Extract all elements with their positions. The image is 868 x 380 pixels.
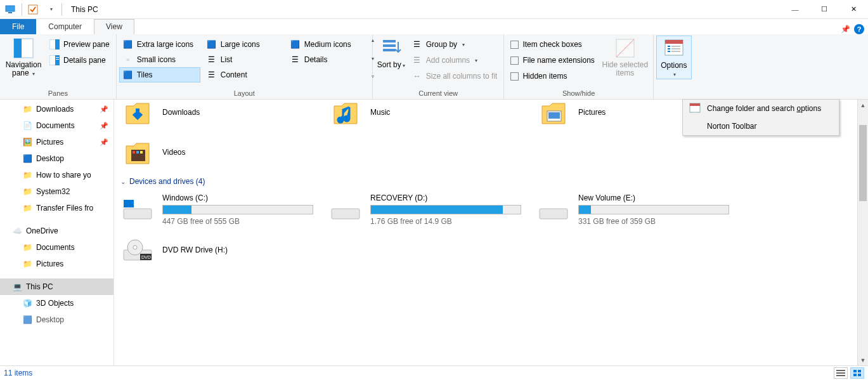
nav-desktop[interactable]: 🟦Desktop: [0, 150, 113, 167]
sort-by-button[interactable]: Sort by▾: [375, 36, 407, 70]
svg-rect-23: [136, 151, 139, 154]
tile-label: Videos: [162, 148, 185, 157]
nav-transfer[interactable]: 📁Transfer Files fro: [0, 200, 113, 216]
nav-downloads[interactable]: 📁Downloads📌: [0, 101, 113, 117]
svg-rect-24: [140, 151, 143, 154]
details-pane-button[interactable]: Details pane: [46, 53, 113, 68]
scrollbar-thumb[interactable]: [859, 125, 867, 201]
drive-e[interactable]: New Volume (E:) 331 GB free of 359 GB: [535, 190, 737, 230]
maximize-button[interactable]: ☐: [810, 0, 839, 19]
file-name-extensions-toggle[interactable]: File name extensions: [507, 53, 598, 68]
folder-videos[interactable]: Videos: [119, 132, 321, 172]
view-details-button[interactable]: [834, 367, 848, 379]
options-dropdown: Change folder and search options Norton …: [682, 99, 839, 136]
hdd-icon: [327, 195, 364, 225]
folder-icon: 📁: [23, 171, 32, 180]
onedrive-icon: ☁️: [13, 226, 22, 235]
svg-rect-20: [548, 112, 560, 119]
drive-free-text: 447 GB free of 555 GB: [162, 217, 321, 226]
hdd-icon: [119, 195, 156, 225]
section-devices-drives[interactable]: ⌄ Devices and drives (4): [119, 172, 864, 190]
3d-icon: 🧊: [23, 299, 32, 308]
properties-icon[interactable]: [25, 2, 41, 17]
nav-howto[interactable]: 📁How to share yo: [0, 167, 113, 183]
nav-3d-objects[interactable]: 🧊3D Objects: [0, 295, 113, 311]
drive-name: DVD RW Drive (H:): [162, 246, 321, 254]
qat-dropdown-icon[interactable]: ▾: [42, 2, 59, 17]
downloads-icon: [119, 100, 156, 128]
preview-pane-button[interactable]: Preview pane: [46, 37, 113, 52]
tab-computer[interactable]: Computer: [36, 19, 94, 34]
layout-small[interactable]: ▫️Small icons: [119, 52, 200, 67]
nav-onedrive-documents[interactable]: 📁Documents: [0, 239, 113, 256]
drive-d[interactable]: RECOVERY (D:) 1.76 GB free of 14.9 GB: [327, 190, 529, 230]
layout-tiles[interactable]: 🟦Tiles: [119, 67, 200, 82]
pin-ribbon-icon[interactable]: 📌: [841, 25, 850, 34]
scroll-up-button[interactable]: ▲: [858, 100, 868, 110]
navigation-pane-button[interactable]: Navigation pane ▾: [3, 36, 44, 78]
chevron-down-icon: ⌄: [120, 178, 126, 185]
nav-desktop-pc[interactable]: 🟦Desktop: [0, 311, 113, 328]
layout-extra-large[interactable]: 🟦Extra large icons: [119, 37, 200, 52]
folder-music[interactable]: Music: [327, 100, 529, 132]
folder-downloads[interactable]: Downloads: [119, 100, 321, 132]
vertical-scrollbar[interactable]: ▲ ▼: [857, 100, 868, 365]
drive-free-text: 331 GB free of 359 GB: [578, 217, 737, 226]
change-folder-options-item[interactable]: Change folder and search options: [683, 100, 839, 117]
nav-documents[interactable]: 📄Documents📌: [0, 117, 113, 134]
svg-rect-38: [858, 370, 861, 372]
nav-pictures[interactable]: 🖼️Pictures📌: [0, 134, 113, 150]
drive-name: RECOVERY (D:): [370, 193, 529, 202]
pc-icon[interactable]: [3, 2, 19, 17]
folder-options-icon: [689, 103, 701, 114]
folder-icon: 📁: [23, 187, 32, 196]
tile-label: Downloads: [162, 108, 200, 117]
folder-icon: 📁: [23, 259, 32, 268]
options-button[interactable]: Options▾: [656, 36, 692, 79]
drive-h-dvd[interactable]: DVD DVD RW Drive (H:): [119, 230, 321, 270]
layout-content[interactable]: ☰Content: [203, 67, 284, 82]
pictures-icon: 🖼️: [23, 138, 32, 147]
drive-c[interactable]: Windows (C:) 447 GB free of 555 GB: [119, 190, 321, 230]
svg-rect-40: [858, 374, 861, 376]
status-item-count: 11 items: [4, 369, 32, 377]
layout-details[interactable]: ☰Details: [287, 52, 368, 67]
tile-label: Pictures: [578, 108, 606, 117]
group-label-show-hide: Show/hide: [507, 88, 650, 99]
minimize-button[interactable]: —: [781, 0, 810, 19]
svg-rect-13: [383, 49, 396, 51]
item-check-boxes-toggle[interactable]: Item check boxes: [507, 37, 598, 52]
nav-onedrive[interactable]: ☁️OneDrive: [0, 223, 113, 239]
layout-large[interactable]: 🟦Large icons: [203, 37, 284, 52]
hidden-items-toggle[interactable]: Hidden items: [507, 69, 598, 84]
group-label-current-view: Current view: [375, 88, 502, 99]
layout-list[interactable]: ☰List: [203, 52, 284, 67]
size-columns-button: ↔Size all columns to fit: [408, 69, 502, 84]
pin-icon: 📌: [100, 138, 108, 147]
navigation-pane: 📁Downloads📌 📄Documents📌 🖼️Pictures📌 🟦Des…: [0, 100, 114, 365]
nav-this-pc[interactable]: 💻This PC: [0, 278, 113, 295]
group-layout: 🟦Extra large icons ▫️Small icons 🟦Tiles …: [117, 34, 373, 99]
capacity-bar: [370, 205, 521, 214]
tab-view[interactable]: View: [94, 19, 134, 34]
folder-icon: 📁: [23, 105, 32, 114]
close-button[interactable]: ✕: [839, 0, 868, 19]
svg-rect-16: [665, 40, 683, 44]
svg-rect-12: [383, 44, 396, 47]
svg-rect-27: [332, 209, 360, 219]
nav-system32[interactable]: 📁System32: [0, 183, 113, 200]
svg-rect-18: [690, 103, 700, 106]
tab-file[interactable]: File: [0, 19, 36, 34]
layout-medium[interactable]: 🟦Medium icons: [287, 37, 368, 52]
svg-rect-1: [8, 12, 12, 13]
drive-free-text: 1.76 GB free of 14.9 GB: [370, 217, 529, 226]
title-bar: ▾ This PC — ☐ ✕: [0, 0, 868, 19]
view-large-icons-button[interactable]: [850, 367, 864, 379]
norton-toolbar-item[interactable]: Norton Toolbar: [683, 117, 839, 135]
svg-text:DVD: DVD: [141, 255, 151, 259]
help-icon[interactable]: ?: [854, 24, 864, 34]
scroll-down-button[interactable]: ▼: [858, 355, 868, 365]
svg-rect-37: [853, 370, 857, 372]
nav-onedrive-pictures[interactable]: 📁Pictures: [0, 256, 113, 272]
group-by-button[interactable]: ☰Group by ▾: [408, 37, 502, 52]
